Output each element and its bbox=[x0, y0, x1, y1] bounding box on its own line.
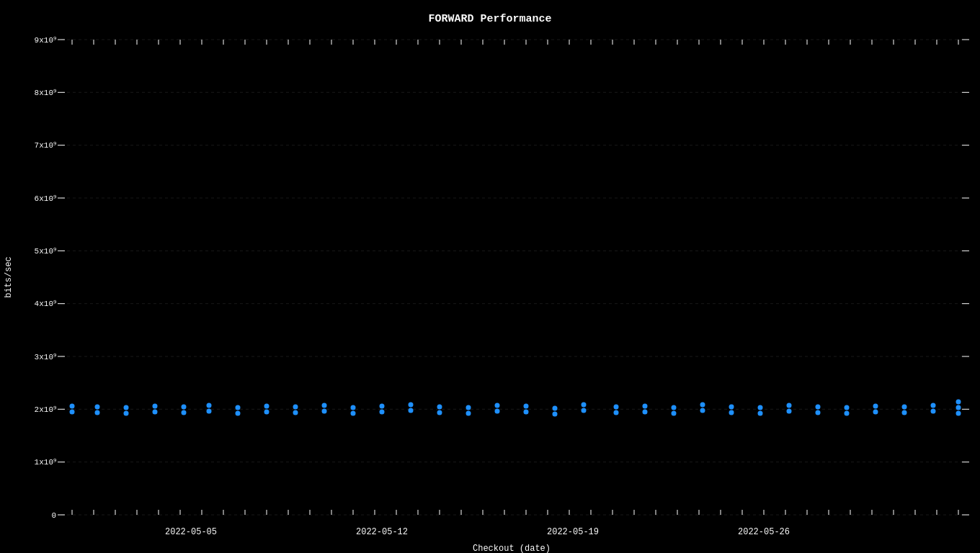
data-point bbox=[845, 411, 850, 416]
chart-container: FORWARD Performance 0 1 bbox=[0, 0, 980, 553]
data-point bbox=[729, 410, 734, 415]
data-point bbox=[236, 405, 241, 410]
y-label-8: 8x10⁹ bbox=[35, 89, 56, 97]
data-point bbox=[758, 411, 763, 416]
data-point bbox=[873, 410, 878, 415]
data-point bbox=[582, 403, 587, 408]
data-point bbox=[553, 412, 558, 417]
data-point bbox=[495, 403, 500, 408]
data-point bbox=[816, 405, 821, 410]
y-label-1: 1x10⁹ bbox=[35, 458, 56, 467]
data-point bbox=[182, 405, 187, 410]
data-point bbox=[124, 405, 129, 410]
data-point bbox=[956, 411, 961, 416]
data-point bbox=[293, 405, 298, 410]
x-label-1: 2022-05-05 bbox=[165, 527, 217, 537]
data-point bbox=[495, 409, 500, 414]
data-point bbox=[351, 405, 356, 410]
x-label-3: 2022-05-19 bbox=[547, 527, 599, 537]
data-point bbox=[409, 403, 414, 408]
data-point bbox=[931, 409, 936, 414]
x-label-4: 2022-05-26 bbox=[738, 527, 790, 537]
y-label-7: 7x10⁹ bbox=[35, 141, 56, 150]
data-point bbox=[700, 408, 705, 413]
data-point bbox=[700, 403, 705, 408]
y-label-2: 2x10⁹ bbox=[35, 405, 56, 414]
data-point bbox=[553, 406, 558, 411]
data-point bbox=[236, 411, 241, 416]
data-point bbox=[70, 404, 75, 409]
data-point bbox=[380, 410, 385, 415]
data-point bbox=[380, 404, 385, 409]
data-point bbox=[582, 408, 587, 413]
data-point bbox=[351, 411, 356, 416]
data-point bbox=[466, 411, 471, 416]
y-axis-label: bits/sec bbox=[4, 256, 14, 298]
data-point bbox=[437, 410, 442, 415]
data-point bbox=[956, 405, 961, 410]
data-point bbox=[931, 403, 936, 408]
data-point bbox=[729, 405, 734, 410]
data-point bbox=[70, 410, 75, 415]
data-point bbox=[816, 410, 821, 415]
data-point bbox=[322, 409, 327, 414]
data-point bbox=[153, 410, 158, 415]
data-point bbox=[614, 405, 619, 410]
data-point bbox=[524, 404, 529, 409]
data-point bbox=[787, 403, 792, 408]
data-point bbox=[322, 403, 327, 408]
data-point bbox=[524, 410, 529, 415]
data-point bbox=[182, 410, 187, 415]
data-point bbox=[902, 405, 907, 410]
data-point bbox=[207, 409, 212, 414]
y-label-6: 6x10⁹ bbox=[35, 194, 56, 203]
y-label-5: 5x10⁹ bbox=[35, 247, 56, 256]
x-axis-label: Checkout (date) bbox=[473, 544, 551, 553]
data-point bbox=[643, 404, 648, 409]
data-point bbox=[873, 404, 878, 409]
data-point bbox=[643, 410, 648, 415]
y-label-4: 4x10⁹ bbox=[35, 300, 56, 308]
data-point bbox=[264, 404, 270, 409]
data-point bbox=[902, 410, 907, 415]
y-label-3: 3x10⁹ bbox=[35, 353, 56, 361]
data-point bbox=[787, 409, 792, 414]
data-point bbox=[614, 410, 619, 415]
chart-svg: 0 1x10⁹ 2x10⁹ 3x10⁹ 4x10⁹ 5x10⁹ 6x10⁹ 7x… bbox=[0, 0, 980, 553]
data-point bbox=[207, 403, 212, 408]
data-point bbox=[672, 411, 677, 416]
y-label-0: 0 bbox=[51, 511, 56, 520]
data-point bbox=[845, 405, 850, 410]
data-point bbox=[124, 411, 129, 416]
data-point bbox=[672, 405, 677, 410]
data-point bbox=[409, 408, 414, 413]
data-point bbox=[437, 405, 442, 410]
data-point bbox=[95, 410, 100, 415]
data-point bbox=[264, 410, 270, 415]
data-point bbox=[153, 404, 158, 409]
y-label-9: 9x10⁹ bbox=[35, 36, 56, 45]
data-point bbox=[956, 400, 961, 405]
data-point bbox=[466, 405, 471, 410]
data-point bbox=[293, 410, 298, 415]
data-point bbox=[758, 405, 763, 410]
data-point bbox=[95, 405, 100, 410]
x-label-2: 2022-05-12 bbox=[356, 527, 408, 537]
